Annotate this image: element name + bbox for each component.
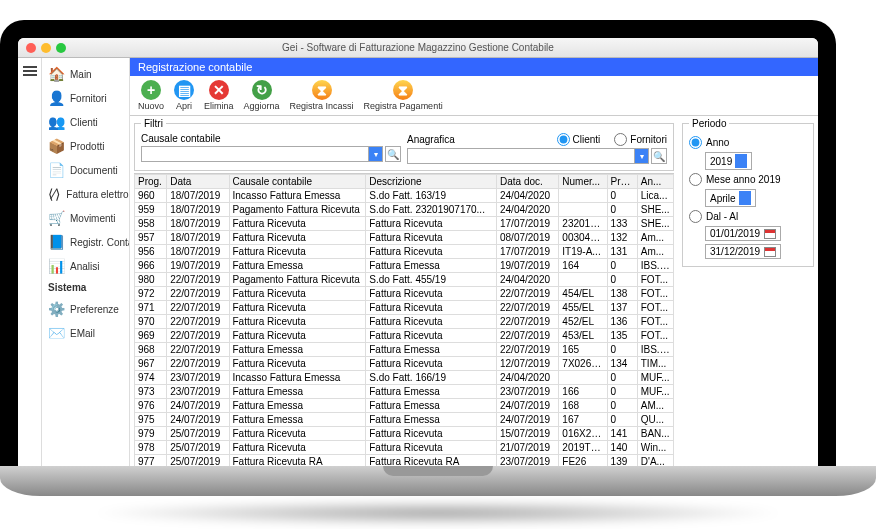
minimize-window-icon[interactable] xyxy=(41,43,51,53)
sidebar-icon: 📘 xyxy=(48,234,64,250)
sidebar: 🏠Main👤Fornitori👥Clienti📦Prodotti📄Documen… xyxy=(42,58,130,468)
sidebar-item-label: Clienti xyxy=(70,117,98,128)
periodo-anno-radio[interactable]: Anno xyxy=(689,136,807,149)
sidebar-icon: 🛒 xyxy=(48,210,64,226)
table-row[interactable]: 95818/07/2019Fattura RicevutaFattura Ric… xyxy=(135,217,674,231)
sidebar-icon: 🏠 xyxy=(48,66,64,82)
stepper-icon[interactable] xyxy=(735,154,747,168)
sidebar-item-analisi[interactable]: 📊Analisi xyxy=(42,254,129,278)
table-row[interactable]: 97122/07/2019Fattura RicevutaFattura Ric… xyxy=(135,301,674,315)
sidebar-item-documenti[interactable]: 📄Documenti xyxy=(42,158,129,182)
col-numero[interactable]: Numer... xyxy=(559,175,607,189)
periodo-mese-radio[interactable]: Mese anno 2019 xyxy=(689,173,807,186)
sidebar-icon: 👥 xyxy=(48,114,64,130)
table-row[interactable]: 96922/07/2019Fattura RicevutaFattura Ric… xyxy=(135,329,674,343)
table-row[interactable]: 96018/07/2019Incasso Fattura EmessaS.do … xyxy=(135,189,674,203)
table-row[interactable]: 96722/07/2019Fattura RicevutaFattura Ric… xyxy=(135,357,674,371)
sidebar-icon: ⟨⁄⟩ xyxy=(48,186,60,202)
sidebar-item-main[interactable]: 🏠Main xyxy=(42,62,129,86)
hamburger-icon xyxy=(23,64,37,78)
open-icon: ▤ xyxy=(174,80,194,100)
table-row[interactable]: 96619/07/2019Fattura EmessaFattura Emess… xyxy=(135,259,674,273)
sidebar-item-label: Documenti xyxy=(70,165,118,176)
anagrafica-label: Anagrafica xyxy=(407,134,455,145)
clienti-radio[interactable]: Clienti xyxy=(557,133,601,146)
dropdown-icon[interactable] xyxy=(739,191,751,205)
table-row[interactable]: 97323/07/2019Fattura EmessaFattura Emess… xyxy=(135,385,674,399)
table-row[interactable]: 97022/07/2019Fattura RicevutaFattura Ric… xyxy=(135,315,674,329)
toolbar: +Nuovo ▤Apri ✕Elimina ↻Aggiorna ⧗Registr… xyxy=(130,76,818,116)
causale-dropdown-icon[interactable]: ▾ xyxy=(369,146,383,162)
causale-label: Causale contabile xyxy=(141,133,401,144)
hourglass-icon: ⧗ xyxy=(393,80,413,100)
sidebar-item-fornitori[interactable]: 👤Fornitori xyxy=(42,86,129,110)
sidebar-item-email[interactable]: ✉️EMail xyxy=(42,321,129,345)
sidebar-icon: 📦 xyxy=(48,138,64,154)
table-row[interactable]: 95918/07/2019Pagamento Fattura RicevutaS… xyxy=(135,203,674,217)
table-row[interactable]: 97624/07/2019Fattura EmessaFattura Emess… xyxy=(135,399,674,413)
calendar-icon[interactable] xyxy=(764,247,776,257)
sidebar-icon: ⚙️ xyxy=(48,301,64,317)
table-row[interactable]: 97423/07/2019Incasso Fattura EmessaS.do … xyxy=(135,371,674,385)
anagrafica-search-icon[interactable]: 🔍 xyxy=(651,148,667,164)
anno-input[interactable]: 2019 xyxy=(705,152,752,170)
table-row[interactable]: 97925/07/2019Fattura RicevutaFattura Ric… xyxy=(135,427,674,441)
anagrafica-dropdown-icon[interactable]: ▾ xyxy=(635,148,649,164)
periodo-dal-al-radio[interactable]: Dal - Al xyxy=(689,210,807,223)
sidebar-icon: ✉️ xyxy=(48,325,64,341)
col-descrizione[interactable]: Descrizione xyxy=(366,175,497,189)
sidebar-item-label: Registr. Contabile xyxy=(70,237,130,248)
sidebar-item-label: EMail xyxy=(70,328,95,339)
sidebar-item-label: Analisi xyxy=(70,261,99,272)
nuovo-button[interactable]: +Nuovo xyxy=(138,80,164,111)
window-title: Gei - Software di Fatturazione Magazzino… xyxy=(282,42,554,53)
causale-input[interactable] xyxy=(141,146,369,162)
sidebar-item-label: Fornitori xyxy=(70,93,107,104)
elimina-button[interactable]: ✕Elimina xyxy=(204,80,234,111)
table-row[interactable]: 96822/07/2019Fattura EmessaFattura Emess… xyxy=(135,343,674,357)
registra-pagamenti-button[interactable]: ⧗Registra Pagamenti xyxy=(364,80,443,111)
sidebar-icon: 📄 xyxy=(48,162,64,178)
col-prog[interactable]: Prog. xyxy=(135,175,167,189)
table-row[interactable]: 95618/07/2019Fattura RicevutaFattura Ric… xyxy=(135,245,674,259)
date-to-input[interactable]: 31/12/2019 xyxy=(705,244,781,259)
registra-incassi-button[interactable]: ⧗Registra Incassi xyxy=(290,80,354,111)
table-row[interactable]: 97825/07/2019Fattura RicevutaFattura Ric… xyxy=(135,441,674,455)
aggiorna-button[interactable]: ↻Aggiorna xyxy=(244,80,280,111)
refresh-icon: ↻ xyxy=(252,80,272,100)
col-data[interactable]: Data xyxy=(167,175,229,189)
col-causale[interactable]: Causale contabile xyxy=(229,175,366,189)
sidebar-item-movimenti[interactable]: 🛒Movimenti xyxy=(42,206,129,230)
window-titlebar: Gei - Software di Fatturazione Magazzino… xyxy=(18,38,818,58)
causale-search-icon[interactable]: 🔍 xyxy=(385,146,401,162)
close-window-icon[interactable] xyxy=(26,43,36,53)
col-datadoc[interactable]: Data doc. xyxy=(496,175,558,189)
calendar-icon[interactable] xyxy=(764,229,776,239)
sidebar-icon: 📊 xyxy=(48,258,64,274)
table-row[interactable]: 97222/07/2019Fattura RicevutaFattura Ric… xyxy=(135,287,674,301)
table-row[interactable]: 98022/07/2019Pagamento Fattura RicevutaS… xyxy=(135,273,674,287)
sidebar-item-registr-contabile[interactable]: 📘Registr. Contabile xyxy=(42,230,129,254)
table-row[interactable]: 95718/07/2019Fattura RicevutaFattura Ric… xyxy=(135,231,674,245)
anagrafica-input[interactable] xyxy=(407,148,635,164)
filters-group: Filtri Causale contabile ▾ 🔍 xyxy=(134,118,674,171)
sidebar-item-preferenze[interactable]: ⚙️Preferenze xyxy=(42,297,129,321)
sidebar-item-fattura-elettronica[interactable]: ⟨⁄⟩Fattura elettronica xyxy=(42,182,129,206)
registrazioni-table: Prog. Data Causale contabile Descrizione… xyxy=(134,174,674,468)
date-from-input[interactable]: 01/01/2019 xyxy=(705,226,781,241)
col-an[interactable]: An... xyxy=(637,175,673,189)
maximize-window-icon[interactable] xyxy=(56,43,66,53)
grid[interactable]: Prog. Data Causale contabile Descrizione… xyxy=(134,173,674,468)
sidebar-item-clienti[interactable]: 👥Clienti xyxy=(42,110,129,134)
mese-select[interactable]: Aprile xyxy=(705,189,756,207)
periodo-legend: Periodo xyxy=(689,118,729,129)
table-row[interactable]: 97524/07/2019Fattura EmessaFattura Emess… xyxy=(135,413,674,427)
fornitori-radio[interactable]: Fornitori xyxy=(614,133,667,146)
menu-toggle[interactable] xyxy=(18,58,42,468)
delete-icon: ✕ xyxy=(209,80,229,100)
sidebar-item-prodotti[interactable]: 📦Prodotti xyxy=(42,134,129,158)
apri-button[interactable]: ▤Apri xyxy=(174,80,194,111)
sidebar-item-label: Prodotti xyxy=(70,141,104,152)
col-pro[interactable]: Pro... xyxy=(607,175,637,189)
sidebar-item-label: Main xyxy=(70,69,92,80)
